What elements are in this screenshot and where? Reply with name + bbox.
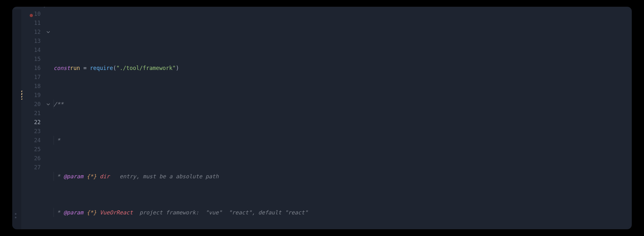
comment: * xyxy=(54,208,64,217)
fold-toggle xyxy=(44,145,52,154)
editor-body: 101112131415161718192021222324252627 con… xyxy=(12,9,632,229)
fold-toggle xyxy=(44,136,52,145)
fold-toggle[interactable] xyxy=(44,27,52,36)
line-number[interactable]: 24 xyxy=(21,136,41,145)
line-number[interactable]: 13 xyxy=(21,36,41,45)
code-line[interactable]: * @param {*} VueOrReact project framewor… xyxy=(54,208,632,217)
breadcrumb-sep: › xyxy=(51,7,54,9)
line-number[interactable]: 11 xyxy=(21,18,41,27)
file-icon: JS xyxy=(18,7,24,9)
code-area[interactable]: const run = require("./tool/framework") … xyxy=(52,9,632,229)
jsdoc-tag: @param xyxy=(64,172,83,181)
jsdoc-param: VueOrReact xyxy=(100,208,133,217)
fold-gutter[interactable] xyxy=(44,9,52,229)
fold-toggle xyxy=(44,109,52,118)
line-number[interactable]: 22 xyxy=(21,118,41,127)
fold-toggle xyxy=(44,36,52,45)
fold-toggle xyxy=(44,54,52,64)
code-line[interactable]: * xyxy=(54,136,632,145)
line-number[interactable]: 27 xyxy=(21,163,41,172)
diff-marker xyxy=(21,91,22,100)
fold-toggle xyxy=(44,82,52,91)
line-number[interactable]: 18 xyxy=(21,82,41,91)
jsdoc-type: {*} xyxy=(83,208,100,217)
overview-ruler xyxy=(15,213,16,218)
line-number[interactable]: 20 xyxy=(21,100,41,109)
line-number[interactable]: 10 xyxy=(21,9,41,18)
chevron-down-icon xyxy=(46,103,50,106)
fold-toggle xyxy=(44,154,52,163)
jsdoc-type: {*} xyxy=(83,172,100,181)
line-number[interactable]: 15 xyxy=(21,54,41,64)
fold-toggle xyxy=(44,73,52,82)
identifier: run xyxy=(70,64,80,73)
line-number[interactable]: 12 xyxy=(21,27,41,36)
string: "./tool/framework" xyxy=(116,64,176,73)
line-number[interactable]: 17 xyxy=(21,73,41,82)
line-number[interactable]: 25 xyxy=(21,145,41,154)
operator: = xyxy=(80,64,90,73)
line-number[interactable]: 21 xyxy=(21,109,41,118)
punct: ) xyxy=(176,64,179,73)
line-number[interactable]: 23 xyxy=(21,127,41,136)
fold-toggle xyxy=(44,18,52,27)
comment: project framework: "vue" "react", defaul… xyxy=(133,208,308,217)
fold-toggle xyxy=(44,45,52,54)
fold-toggle xyxy=(44,118,52,127)
breadcrumb[interactable]: JS index.js › ... xyxy=(12,7,632,9)
fold-toggle xyxy=(44,64,52,73)
line-number[interactable]: 19 xyxy=(21,91,41,100)
code-line[interactable] xyxy=(54,27,632,36)
code-line[interactable]: /** xyxy=(54,100,632,109)
line-number-gutter[interactable]: 101112131415161718192021222324252627 xyxy=(21,9,44,229)
jsdoc-tag: @param xyxy=(64,208,83,217)
line-number[interactable]: 26 xyxy=(21,154,41,163)
fold-toggle xyxy=(44,163,52,172)
comment: * xyxy=(54,136,60,145)
chevron-down-icon xyxy=(46,30,50,34)
code-line[interactable]: const run = require("./tool/framework") xyxy=(54,64,632,73)
line-number[interactable]: 14 xyxy=(21,45,41,54)
punct: ( xyxy=(113,64,116,73)
keyword: const xyxy=(54,64,70,73)
fold-toggle xyxy=(44,9,52,18)
fold-toggle[interactable] xyxy=(44,100,52,109)
code-line[interactable]: * @param {*} dir entry, must be a absolu… xyxy=(54,172,632,181)
jsdoc-param: dir xyxy=(100,172,110,181)
line-number[interactable]: 16 xyxy=(21,64,41,73)
fold-toggle xyxy=(44,91,52,100)
comment: * xyxy=(54,172,64,181)
breadcrumb-file[interactable]: index.js xyxy=(26,7,49,9)
breadcrumb-rest: ... xyxy=(56,7,65,9)
activity-strip xyxy=(12,9,21,229)
function-call: require xyxy=(90,64,113,73)
comment: /** xyxy=(54,100,64,109)
editor-window: JS index.js › ... 1011121314151617181920… xyxy=(12,7,632,229)
comment: entry, must be a absolute path xyxy=(110,172,219,181)
fold-toggle xyxy=(44,127,52,136)
